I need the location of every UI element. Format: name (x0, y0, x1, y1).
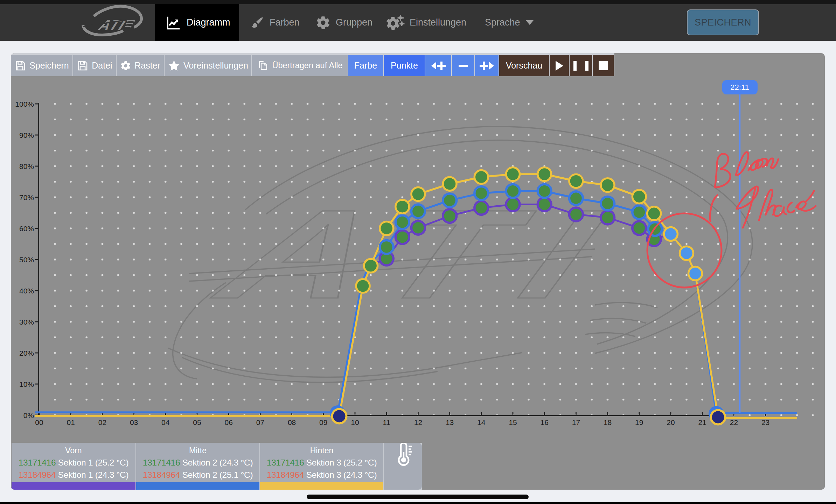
svg-text:05: 05 (193, 418, 201, 426)
svg-text:01: 01 (67, 418, 75, 426)
svg-text:15: 15 (509, 418, 517, 426)
svg-text:02: 02 (98, 418, 106, 426)
svg-text:60%: 60% (19, 225, 34, 233)
svg-text:11: 11 (383, 418, 390, 426)
svg-text:04: 04 (161, 418, 170, 426)
svg-text:22: 22 (730, 418, 738, 426)
svg-text:12: 12 (414, 418, 422, 426)
svg-text:03: 03 (130, 418, 138, 426)
svg-text:20%: 20% (19, 349, 34, 357)
svg-text:10%: 10% (19, 380, 34, 388)
svg-text:23: 23 (761, 418, 769, 426)
svg-text:70%: 70% (19, 193, 34, 201)
svg-text:0%: 0% (23, 411, 34, 419)
svg-text:50%: 50% (19, 256, 34, 264)
svg-text:07: 07 (256, 418, 264, 426)
svg-text:40%: 40% (19, 287, 34, 295)
svg-text:22:11: 22:11 (730, 83, 749, 92)
svg-text:09: 09 (319, 418, 327, 426)
svg-text:06: 06 (225, 418, 233, 426)
svg-text:ATI: ATI (96, 17, 128, 33)
svg-text:17: 17 (572, 418, 580, 426)
svg-text:14: 14 (477, 418, 486, 426)
svg-text:00: 00 (35, 418, 43, 426)
svg-text:100%: 100% (15, 100, 34, 108)
svg-text:21: 21 (698, 418, 706, 426)
svg-text:10: 10 (351, 418, 359, 426)
svg-text:19: 19 (635, 418, 643, 426)
svg-text:16: 16 (541, 418, 549, 426)
svg-text:08: 08 (288, 418, 296, 426)
svg-text:20: 20 (667, 418, 675, 426)
svg-text:30%: 30% (19, 318, 34, 326)
svg-text:80%: 80% (19, 162, 34, 170)
svg-text:90%: 90% (19, 131, 34, 139)
svg-text:18: 18 (604, 418, 612, 426)
svg-text:13: 13 (446, 418, 454, 426)
